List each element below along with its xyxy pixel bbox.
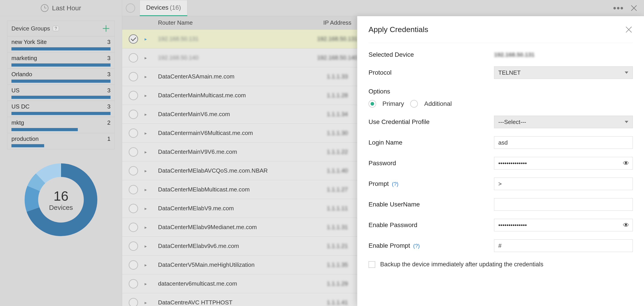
expand-icon[interactable]: ▸ bbox=[144, 36, 154, 42]
add-group-button[interactable] bbox=[102, 24, 110, 33]
col-router-name[interactable]: Router Name bbox=[154, 19, 297, 26]
backup-checkbox[interactable] bbox=[368, 261, 375, 268]
row-checkbox[interactable] bbox=[129, 298, 138, 306]
row-checkbox[interactable] bbox=[129, 110, 138, 119]
help-icon[interactable]: ? bbox=[53, 26, 59, 31]
option-additional-radio[interactable] bbox=[410, 100, 418, 108]
group-bar bbox=[12, 112, 110, 115]
device-group-item[interactable]: mktg2 bbox=[8, 117, 114, 133]
group-bar bbox=[12, 96, 110, 99]
device-groups-panel: Device Groups ? new York Site3marketing3… bbox=[7, 20, 115, 149]
password-label: Password bbox=[368, 160, 485, 167]
group-bar bbox=[12, 128, 78, 131]
expand-icon[interactable]: ▸ bbox=[144, 244, 154, 249]
credential-profile-select[interactable]: ---Select--- bbox=[494, 116, 633, 128]
login-name-input[interactable] bbox=[494, 136, 633, 149]
group-name: US bbox=[12, 87, 20, 94]
expand-icon[interactable]: ▸ bbox=[144, 74, 154, 79]
options-label: Options bbox=[368, 88, 633, 95]
router-name: DataCenterMElabv9Medianet.me.com bbox=[154, 224, 297, 231]
tab-devices-count: (16) bbox=[170, 4, 181, 11]
option-primary-label: Primary bbox=[382, 100, 404, 108]
router-name: DataCenterMainMulticast.me.com bbox=[154, 92, 297, 99]
row-checkbox[interactable] bbox=[129, 91, 138, 100]
router-name: DataCentermainV6Multicast.me.com bbox=[154, 130, 297, 136]
expand-icon[interactable]: ▸ bbox=[144, 206, 154, 211]
device-groups-title: Device Groups bbox=[12, 25, 50, 32]
group-bar bbox=[12, 47, 110, 50]
device-group-item[interactable]: production1 bbox=[8, 133, 114, 149]
tabbar: Devices (16) ••• bbox=[122, 0, 644, 16]
group-count: 3 bbox=[107, 103, 110, 110]
group-bar bbox=[12, 144, 44, 147]
row-checkbox[interactable] bbox=[129, 166, 138, 176]
row-checkbox[interactable] bbox=[129, 260, 138, 270]
expand-icon[interactable]: ▸ bbox=[144, 112, 154, 117]
sidebar: Last Hour Device Groups ? new York Site3… bbox=[0, 0, 122, 306]
expand-icon[interactable]: ▸ bbox=[144, 55, 154, 60]
close-tab-button[interactable] bbox=[630, 4, 638, 12]
password-input[interactable] bbox=[494, 157, 633, 170]
drawer-close-button[interactable] bbox=[625, 26, 633, 34]
row-checkbox[interactable] bbox=[129, 128, 138, 138]
row-checkbox[interactable] bbox=[129, 34, 138, 44]
group-bar bbox=[12, 80, 110, 83]
expand-icon[interactable]: ▸ bbox=[144, 168, 154, 174]
tab-devices-label: Devices bbox=[146, 4, 168, 11]
row-checkbox[interactable] bbox=[129, 222, 138, 232]
expand-icon[interactable]: ▸ bbox=[144, 130, 154, 136]
router-name: 192.168.50.131 bbox=[154, 36, 297, 42]
option-primary-radio[interactable] bbox=[368, 100, 376, 108]
prompt-label: Prompt bbox=[368, 180, 389, 187]
row-checkbox[interactable] bbox=[129, 204, 138, 213]
group-name: US DC bbox=[12, 103, 30, 110]
tab-devices[interactable]: Devices (16) bbox=[140, 0, 188, 16]
more-menu-icon[interactable]: ••• bbox=[613, 4, 624, 12]
device-group-item[interactable]: US3 bbox=[8, 84, 114, 101]
enable-prompt-help-icon[interactable]: (?) bbox=[413, 243, 420, 249]
protocol-select[interactable]: TELNET bbox=[494, 66, 633, 79]
protocol-label: Protocol bbox=[368, 69, 485, 76]
group-count: 3 bbox=[107, 71, 110, 78]
row-checkbox[interactable] bbox=[129, 242, 138, 251]
enable-password-input[interactable] bbox=[494, 219, 633, 231]
group-name: marketing bbox=[12, 55, 37, 62]
eye-icon[interactable]: 👁 bbox=[623, 222, 629, 229]
router-name: DataCenterMElabAVCQoS.me.com.NBAR bbox=[154, 167, 297, 174]
row-checkbox[interactable] bbox=[129, 53, 138, 62]
expand-icon[interactable]: ▸ bbox=[144, 281, 154, 286]
group-count: 1 bbox=[107, 136, 110, 142]
devices-donut[interactable]: 16 Devices bbox=[24, 163, 98, 237]
group-count: 3 bbox=[107, 38, 110, 46]
prompt-help-icon[interactable]: (?) bbox=[392, 181, 398, 187]
credential-profile-label: Use Credential Profile bbox=[368, 118, 485, 126]
enable-password-label: Enable Password bbox=[368, 222, 485, 229]
device-group-item[interactable]: marketing3 bbox=[8, 52, 114, 68]
device-group-item[interactable]: Orlando3 bbox=[8, 68, 114, 84]
expand-icon[interactable]: ▸ bbox=[144, 93, 154, 98]
expand-icon[interactable]: ▸ bbox=[144, 149, 154, 155]
eye-icon[interactable]: 👁 bbox=[623, 160, 629, 167]
selected-device-value: 192.168.50.131 bbox=[494, 51, 534, 58]
device-group-item[interactable]: US DC3 bbox=[8, 101, 114, 117]
backup-label: Backup the device immediately after upda… bbox=[380, 261, 543, 268]
enable-prompt-input[interactable] bbox=[494, 240, 633, 252]
row-checkbox[interactable] bbox=[129, 72, 138, 82]
row-checkbox[interactable] bbox=[129, 185, 138, 194]
time-scope[interactable]: Last Hour bbox=[0, 0, 122, 16]
select-all-checkbox[interactable] bbox=[126, 3, 135, 13]
expand-icon[interactable]: ▸ bbox=[144, 187, 154, 192]
time-scope-label: Last Hour bbox=[52, 4, 81, 12]
group-count: 3 bbox=[107, 87, 110, 94]
prompt-input[interactable] bbox=[494, 178, 633, 190]
row-checkbox[interactable] bbox=[129, 279, 138, 288]
group-name: new York Site bbox=[12, 38, 47, 46]
row-checkbox[interactable] bbox=[129, 147, 138, 157]
device-group-item[interactable]: new York Site3 bbox=[8, 36, 114, 52]
expand-icon[interactable]: ▸ bbox=[144, 224, 154, 230]
group-bar bbox=[12, 64, 110, 66]
enable-username-input[interactable] bbox=[494, 198, 633, 211]
expand-icon[interactable]: ▸ bbox=[144, 262, 154, 268]
expand-icon[interactable]: ▸ bbox=[144, 300, 154, 305]
group-name: Orlando bbox=[12, 71, 32, 78]
